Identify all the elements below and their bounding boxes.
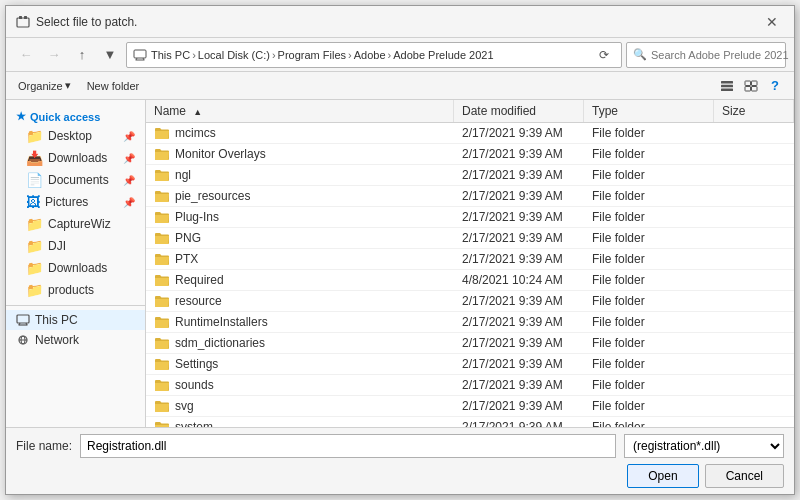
file-name-text: Plug-Ins	[175, 210, 219, 224]
sidebar-item-documents[interactable]: 📄 Documents 📌	[6, 169, 145, 191]
file-cell-name: Required	[146, 270, 454, 290]
address-part-adobe[interactable]: Adobe	[354, 49, 386, 61]
folder-icon	[154, 126, 170, 140]
file-cell-modified: 2/17/2021 9:39 AM	[454, 417, 584, 427]
forward-button[interactable]: →	[42, 43, 66, 67]
buttons-row: Open Cancel	[16, 464, 784, 488]
header-modified[interactable]: Date modified	[454, 100, 584, 122]
recent-locations-button[interactable]: ▼	[98, 43, 122, 67]
table-row[interactable]: Plug-Ins2/17/2021 9:39 AMFile folder	[146, 207, 794, 228]
table-row[interactable]: Settings2/17/2021 9:39 AMFile folder	[146, 354, 794, 375]
file-cell-size	[714, 375, 794, 395]
file-cell-modified: 2/17/2021 9:39 AM	[454, 144, 584, 164]
search-icon: 🔍	[633, 48, 647, 61]
table-row[interactable]: resource2/17/2021 9:39 AMFile folder	[146, 291, 794, 312]
open-button[interactable]: Open	[627, 464, 698, 488]
file-cell-name: resource	[146, 291, 454, 311]
file-cell-name: sdm_dictionaries	[146, 333, 454, 353]
search-input[interactable]	[651, 49, 789, 61]
address-part-programfiles[interactable]: Program Files	[278, 49, 346, 61]
file-cell-name: RuntimeInstallers	[146, 312, 454, 332]
up-button[interactable]: ↑	[70, 43, 94, 67]
table-row[interactable]: svg2/17/2021 9:39 AMFile folder	[146, 396, 794, 417]
title-bar-left: Select file to patch.	[16, 15, 137, 29]
file-name-text: sdm_dictionaries	[175, 336, 265, 350]
downloads2-folder-icon: 📁	[26, 260, 43, 276]
address-part-c[interactable]: Local Disk (C:)	[198, 49, 270, 61]
sidebar-item-downloads2[interactable]: 📁 Downloads	[6, 257, 145, 279]
file-cell-type: File folder	[584, 396, 714, 416]
table-row[interactable]: Required4/8/2021 10:24 AMFile folder	[146, 270, 794, 291]
table-row[interactable]: sounds2/17/2021 9:39 AMFile folder	[146, 375, 794, 396]
file-cell-type: File folder	[584, 270, 714, 290]
file-cell-name: svg	[146, 396, 454, 416]
file-cell-modified: 4/8/2021 10:24 AM	[454, 270, 584, 290]
main-content: ★ Quick access 📁 Desktop 📌 📥 Downloads 📌…	[6, 100, 794, 427]
header-size[interactable]: Size	[714, 100, 794, 122]
dialog: Select file to patch. ✕ ← → ↑ ▼ This PC …	[5, 5, 795, 495]
svg-rect-7	[721, 81, 733, 84]
table-row[interactable]: system2/17/2021 9:39 AMFile folder	[146, 417, 794, 427]
folder-icon	[154, 189, 170, 203]
folder-icon	[154, 210, 170, 224]
dialog-icon	[16, 15, 30, 29]
organize-button[interactable]: Organize ▾	[14, 77, 75, 94]
file-name-text: sounds	[175, 378, 214, 392]
address-part-prelude[interactable]: Adobe Prelude 2021	[393, 49, 493, 61]
desktop-folder-icon: 📁	[26, 128, 43, 144]
folder-icon	[154, 294, 170, 308]
sidebar-item-dji[interactable]: 📁 DJI	[6, 235, 145, 257]
network-icon	[16, 334, 30, 346]
table-row[interactable]: PNG2/17/2021 9:39 AMFile folder	[146, 228, 794, 249]
file-list-container[interactable]: Name ▲ Date modified Type Size mcimcs2/1…	[146, 100, 794, 427]
table-row[interactable]: Monitor Overlays2/17/2021 9:39 AMFile fo…	[146, 144, 794, 165]
sidebar-item-products[interactable]: 📁 products	[6, 279, 145, 301]
sidebar-item-this-pc[interactable]: This PC	[6, 310, 145, 330]
file-cell-type: File folder	[584, 165, 714, 185]
sidebar-item-pictures[interactable]: 🖼 Pictures 📌	[6, 191, 145, 213]
sidebar-item-capturewiz[interactable]: 📁 CaptureWiz	[6, 213, 145, 235]
organize-bar: Organize ▾ New folder ?	[6, 72, 794, 100]
svg-rect-2	[24, 16, 27, 19]
file-cell-size	[714, 417, 794, 427]
sidebar-item-desktop[interactable]: 📁 Desktop 📌	[6, 125, 145, 147]
cancel-button[interactable]: Cancel	[705, 464, 784, 488]
view-list-button[interactable]	[716, 75, 738, 97]
table-row[interactable]: PTX2/17/2021 9:39 AMFile folder	[146, 249, 794, 270]
new-folder-button[interactable]: New folder	[83, 78, 144, 94]
header-type[interactable]: Type	[584, 100, 714, 122]
file-cell-name: system	[146, 417, 454, 427]
file-cell-size	[714, 333, 794, 353]
close-button[interactable]: ✕	[760, 12, 784, 32]
table-row[interactable]: mcimcs2/17/2021 9:39 AMFile folder	[146, 123, 794, 144]
help-button[interactable]: ?	[764, 75, 786, 97]
file-cell-size	[714, 186, 794, 206]
file-cell-modified: 2/17/2021 9:39 AM	[454, 375, 584, 395]
table-row[interactable]: ngl2/17/2021 9:39 AMFile folder	[146, 165, 794, 186]
search-box: 🔍	[626, 42, 786, 68]
folder-icon	[154, 147, 170, 161]
sidebar-item-network[interactable]: Network	[6, 330, 145, 350]
file-cell-modified: 2/17/2021 9:39 AM	[454, 291, 584, 311]
file-cell-size	[714, 144, 794, 164]
back-button[interactable]: ←	[14, 43, 38, 67]
file-cell-name: Settings	[146, 354, 454, 374]
filetype-select[interactable]: (registration*.dll)	[624, 434, 784, 458]
view-details-button[interactable]	[740, 75, 762, 97]
pin-icon-pic: 📌	[123, 197, 135, 208]
table-row[interactable]: pie_resources2/17/2021 9:39 AMFile folde…	[146, 186, 794, 207]
table-row[interactable]: sdm_dictionaries2/17/2021 9:39 AMFile fo…	[146, 333, 794, 354]
file-name-text: RuntimeInstallers	[175, 315, 268, 329]
table-row[interactable]: RuntimeInstallers2/17/2021 9:39 AMFile f…	[146, 312, 794, 333]
address-part-thispc[interactable]: This PC	[151, 49, 190, 61]
file-cell-modified: 2/17/2021 9:39 AM	[454, 354, 584, 374]
refresh-button[interactable]: ⟳	[593, 44, 615, 66]
svg-rect-9	[721, 88, 733, 91]
filename-input[interactable]	[80, 434, 616, 458]
file-cell-type: File folder	[584, 333, 714, 353]
sidebar: ★ Quick access 📁 Desktop 📌 📥 Downloads 📌…	[6, 100, 146, 427]
file-cell-type: File folder	[584, 144, 714, 164]
filename-label: File name:	[16, 439, 72, 453]
sidebar-item-downloads[interactable]: 📥 Downloads 📌	[6, 147, 145, 169]
header-name[interactable]: Name ▲	[146, 100, 454, 122]
